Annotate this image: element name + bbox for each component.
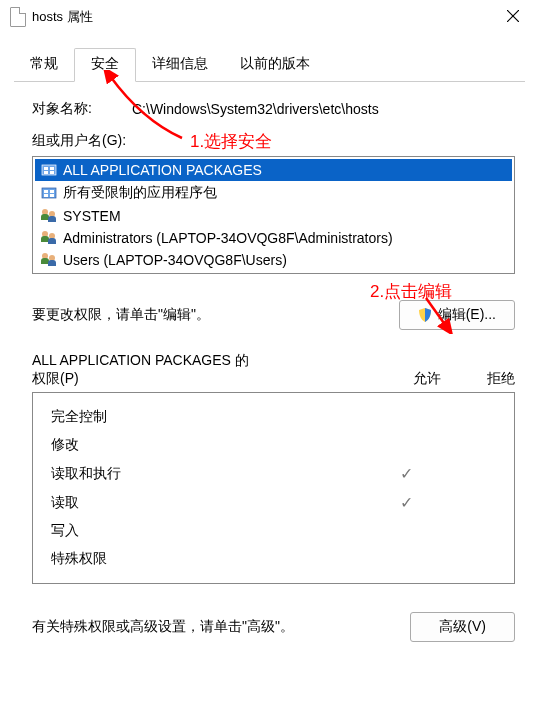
svg-rect-6 [50,171,54,174]
svg-rect-11 [50,194,54,197]
advanced-button[interactable]: 高级(V) [410,612,515,642]
svg-rect-9 [50,190,54,193]
perm-name: 写入 [51,522,376,540]
list-item-label: 所有受限制的应用程序包 [63,184,217,202]
perm-name: 修改 [51,436,376,454]
perm-row-special: 特殊权限 [51,545,496,573]
permissions-owner-text: ALL APPLICATION PACKAGES 的 [32,352,413,370]
titlebar: hosts 属性 [0,0,539,34]
perm-row-read: 读取 ✓ [51,488,496,517]
svg-rect-5 [44,171,48,174]
perm-row-modify: 修改 [51,431,496,459]
tab-general[interactable]: 常规 [14,49,74,81]
permissions-deny-header: 拒绝 [487,370,515,388]
advanced-hint: 有关特殊权限或高级设置，请单击"高级"。 [32,618,294,636]
perm-name: 读取 [51,494,376,512]
permissions-table: 完全控制 修改 读取和执行 ✓ 读取 ✓ 写入 特殊权限 [32,392,515,584]
perm-allow: ✓ [376,493,436,512]
list-item-system[interactable]: SYSTEM [35,205,512,227]
permissions-header: ALL APPLICATION PACKAGES 的 权限(P) 允许 拒绝 [32,352,515,388]
edit-button-label: 编辑(E)... [438,306,496,324]
perm-row-read-execute: 读取和执行 ✓ [51,459,496,488]
svg-rect-3 [44,167,48,170]
users-icon [41,208,57,224]
close-icon [507,10,519,22]
perm-name: 完全控制 [51,408,376,426]
edit-button[interactable]: 编辑(E)... [399,300,515,330]
content-area: 对象名称: C:\Windows\System32\drivers\etc\ho… [0,82,539,642]
list-item-administrators[interactable]: Administrators (LAPTOP-34OVQG8F\Administ… [35,227,512,249]
list-item-label: Administrators (LAPTOP-34OVQG8F\Administ… [63,230,393,246]
shield-icon [418,308,432,322]
permissions-allow-header: 允许 [413,370,441,388]
groups-listbox[interactable]: ALL APPLICATION PACKAGES 所有受限制的应用程序包 SYS… [32,156,515,274]
perm-row-write: 写入 [51,517,496,545]
object-name-label: 对象名称: [32,100,112,118]
advanced-button-label: 高级(V) [439,618,486,636]
list-item-label: Users (LAPTOP-34OVQG8F\Users) [63,252,287,268]
list-item-label: SYSTEM [63,208,121,224]
window-title: hosts 属性 [32,8,93,26]
list-item-restricted-app-packages[interactable]: 所有受限制的应用程序包 [35,181,512,205]
users-icon [41,252,57,268]
permissions-label: 权限(P) [32,370,413,388]
tab-strip: 常规 安全 详细信息 以前的版本 [14,48,525,82]
list-item-all-app-packages[interactable]: ALL APPLICATION PACKAGES [35,159,512,181]
package-icon [41,162,57,178]
object-name-value: C:\Windows\System32\drivers\etc\hosts [132,101,379,117]
perm-allow: ✓ [376,464,436,483]
tab-details[interactable]: 详细信息 [136,49,224,81]
perm-name: 特殊权限 [51,550,376,568]
perm-row-full-control: 完全控制 [51,403,496,431]
package-icon [41,185,57,201]
groups-label: 组或用户名(G): [32,132,515,150]
list-item-users[interactable]: Users (LAPTOP-34OVQG8F\Users) [35,249,512,271]
perm-name: 读取和执行 [51,465,376,483]
edit-hint: 要更改权限，请单击"编辑"。 [32,306,210,324]
tab-previous-versions[interactable]: 以前的版本 [224,49,326,81]
svg-rect-10 [44,194,48,197]
svg-rect-4 [50,167,54,170]
svg-rect-8 [44,190,48,193]
annotation-step2: 2.点击编辑 [370,280,452,303]
file-icon [10,7,26,27]
close-button[interactable] [497,6,529,29]
tab-security[interactable]: 安全 [74,48,136,82]
users-icon [41,230,57,246]
list-item-label: ALL APPLICATION PACKAGES [63,162,262,178]
annotation-step1: 1.选择安全 [190,130,272,153]
